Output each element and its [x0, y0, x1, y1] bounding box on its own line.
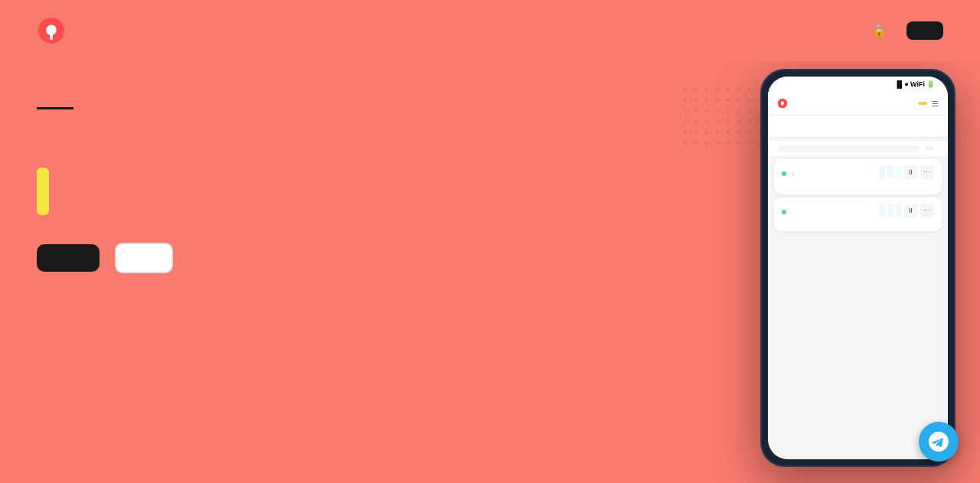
telegram-icon: [929, 432, 949, 452]
phone-status-bar: ▐▌● WiFi 🔋: [768, 77, 948, 92]
bot-card-2-header: ⏸ ⋯: [782, 204, 934, 217]
bot-2-pair-info: [782, 204, 789, 217]
phone-outer: ▐▌● WiFi 🔋 ☰: [760, 69, 956, 467]
hero-title-highlight: [37, 168, 49, 215]
bot-1-type: [887, 165, 893, 179]
eyebrow: [37, 107, 573, 109]
view-pricing-button[interactable]: [115, 243, 173, 273]
bot-2-tag: [896, 204, 902, 217]
bot-card-1: ↑ ⏸ ⋯: [774, 159, 942, 194]
phone-signal: ▐▌● WiFi 🔋: [894, 80, 935, 88]
bot-1-pause[interactable]: ⏸: [904, 165, 918, 179]
phone-section-title: [768, 116, 948, 126]
bot-1-more[interactable]: ⋯: [920, 165, 934, 179]
bot-1-pair-info: ↑: [782, 165, 795, 179]
app-logo-icon: [777, 98, 788, 109]
bot-2-controls: ⏸ ⋯: [879, 204, 934, 217]
eyebrow-line: [37, 107, 74, 109]
logo-icon: [37, 16, 66, 45]
lock-icon: 🔒: [872, 24, 887, 38]
bot-1-days: [879, 165, 885, 179]
login-button[interactable]: 🔒: [872, 24, 891, 38]
phone-mockup-area: ▐▌● WiFi 🔋 ☰: [735, 61, 980, 483]
phone-search-row: [768, 141, 948, 156]
bot-1-status-dot: [782, 171, 786, 176]
get-started-button[interactable]: [906, 21, 943, 40]
phone-screen: ▐▌● WiFi 🔋 ☰: [768, 77, 948, 459]
phone-app-header: ☰: [768, 92, 948, 116]
bot-1-tag: [896, 165, 902, 179]
navbar: 🔒: [0, 0, 980, 61]
telegram-button[interactable]: [919, 422, 959, 462]
bot-2-pause[interactable]: ⏸: [904, 204, 918, 217]
nav-right: 🔒: [872, 21, 943, 40]
bot-2-more[interactable]: ⋯: [920, 204, 934, 217]
binance-badge: [918, 102, 927, 105]
type-badge: [925, 146, 934, 151]
hero-title: [37, 123, 573, 215]
menu-icon: ☰: [932, 100, 939, 108]
phone-tabs: [768, 126, 948, 138]
bot-1-controls: ⏸ ⋯: [879, 165, 934, 179]
bot-2-status-dot: [782, 210, 786, 214]
bot-2-bottom-row: [782, 224, 934, 225]
try-free-button[interactable]: [37, 244, 100, 272]
hero-section: const dp = document.querySelector('.dot-…: [0, 61, 980, 483]
bot-card-2: ⏸ ⋯: [774, 197, 942, 231]
bot-1-badge: ↑: [792, 171, 795, 178]
phone-search-input[interactable]: [777, 145, 920, 152]
bot-2-type: [887, 204, 893, 217]
app-logo-row: [777, 98, 792, 109]
logo[interactable]: [37, 16, 74, 45]
bot-2-days: [879, 204, 885, 217]
hero-buttons: [37, 243, 573, 273]
bot-card-1-header: ↑ ⏸ ⋯: [782, 165, 934, 179]
svg-point-1: [50, 38, 53, 41]
hero-content: [37, 92, 573, 273]
